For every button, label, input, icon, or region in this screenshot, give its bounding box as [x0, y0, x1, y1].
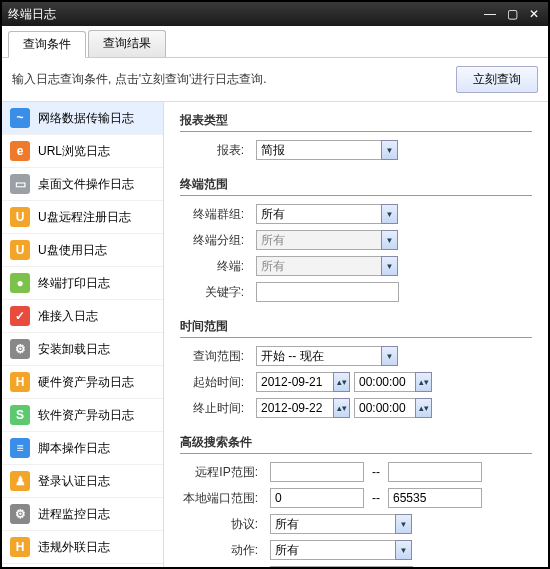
keyword-label: 关键字:: [180, 284, 252, 301]
chevron-down-icon[interactable]: ▼: [381, 230, 398, 250]
time-range-value[interactable]: [256, 346, 382, 366]
sidebar-item-label: 进程监控日志: [38, 506, 110, 523]
start-date-field[interactable]: ▴▾: [256, 372, 350, 392]
sidebar-item-label: U盘远程注册日志: [38, 209, 131, 226]
port-from-input[interactable]: [270, 488, 364, 508]
proc-key-input[interactable]: [270, 566, 413, 567]
protocol-combo[interactable]: ▼: [270, 514, 412, 534]
sidebar-item-label: 网络数据传输日志: [38, 110, 134, 127]
keyword-input[interactable]: [256, 282, 399, 302]
remote-ip-to-input[interactable]: [388, 462, 482, 482]
end-date-field[interactable]: ▴▾: [256, 398, 350, 418]
terminal-combo[interactable]: ▼: [256, 256, 398, 276]
time-range-label: 查询范围:: [180, 348, 252, 365]
sidebar-item[interactable]: ~网络数据传输日志: [2, 102, 163, 135]
sidebar-item-icon: H: [10, 537, 30, 557]
sidebar-item-label: URL浏览日志: [38, 143, 110, 160]
sidebar-item[interactable]: ♟登录认证日志: [2, 465, 163, 498]
terminal-group-label: 终端群组:: [180, 206, 252, 223]
query-now-button[interactable]: 立刻查询: [456, 66, 538, 93]
sidebar-item-label: 安装卸载日志: [38, 341, 110, 358]
sidebar-item[interactable]: S软件资产异动日志: [2, 399, 163, 432]
spinner-icon[interactable]: ▴▾: [333, 372, 350, 392]
terminal-group-combo[interactable]: ▼: [256, 204, 398, 224]
action-value[interactable]: [270, 540, 396, 560]
sidebar-item-label: 硬件资产异动日志: [38, 374, 134, 391]
sidebar-item[interactable]: ●终端打印日志: [2, 267, 163, 300]
window-controls: — ▢ ✕: [482, 7, 542, 21]
end-time-field[interactable]: ▴▾: [354, 398, 432, 418]
chevron-down-icon[interactable]: ▼: [395, 540, 412, 560]
start-date-value[interactable]: [256, 372, 334, 392]
sidebar-item[interactable]: ✓准接入日志: [2, 300, 163, 333]
maximize-button[interactable]: ▢: [504, 7, 520, 21]
section-title-terminal: 终端范围: [180, 176, 532, 196]
section-time-scope: 时间范围 查询范围: ▼ 起始时间: ▴▾ ▴: [180, 318, 532, 418]
sidebar-item[interactable]: ▭桌面文件操作日志: [2, 168, 163, 201]
spinner-icon[interactable]: ▴▾: [333, 398, 350, 418]
spinner-icon[interactable]: ▴▾: [415, 398, 432, 418]
sidebar-item[interactable]: H违规外联日志: [2, 531, 163, 564]
range-separator: --: [368, 465, 384, 479]
end-time-value[interactable]: [354, 398, 416, 418]
minimize-button[interactable]: —: [482, 7, 498, 21]
hint-text: 输入日志查询条件, 点击'立刻查询'进行日志查询.: [12, 71, 448, 88]
report-label: 报表:: [180, 142, 252, 159]
terminal-label: 终端:: [180, 258, 252, 275]
sidebar-item[interactable]: ♟登录注销日志: [2, 564, 163, 567]
end-date-value[interactable]: [256, 398, 334, 418]
port-to-input[interactable]: [388, 488, 482, 508]
sidebar-item-icon: ●: [10, 273, 30, 293]
chevron-down-icon[interactable]: ▼: [395, 514, 412, 534]
titlebar: 终端日志 — ▢ ✕: [2, 2, 548, 26]
start-time-field[interactable]: ▴▾: [354, 372, 432, 392]
sidebar-item[interactable]: H硬件资产异动日志: [2, 366, 163, 399]
sidebar-item-icon: e: [10, 141, 30, 161]
sidebar-item-icon: S: [10, 405, 30, 425]
sidebar-item[interactable]: UU盘远程注册日志: [2, 201, 163, 234]
chevron-down-icon[interactable]: ▼: [381, 256, 398, 276]
sidebar[interactable]: ~网络数据传输日志eURL浏览日志▭桌面文件操作日志UU盘远程注册日志UU盘使用…: [2, 102, 164, 567]
tab-query[interactable]: 查询条件: [8, 31, 86, 58]
sidebar-item-label: U盘使用日志: [38, 242, 107, 259]
terminal-subgroup-combo[interactable]: ▼: [256, 230, 398, 250]
section-title-advanced: 高级搜索条件: [180, 434, 532, 454]
chevron-down-icon[interactable]: ▼: [381, 140, 398, 160]
end-time-label: 终止时间:: [180, 400, 252, 417]
sidebar-item[interactable]: UU盘使用日志: [2, 234, 163, 267]
sidebar-item-label: 脚本操作日志: [38, 440, 110, 457]
section-title-time: 时间范围: [180, 318, 532, 338]
sidebar-item[interactable]: eURL浏览日志: [2, 135, 163, 168]
section-terminal-scope: 终端范围 终端群组: ▼ 终端分组: ▼ 终端:: [180, 176, 532, 302]
tabs: 查询条件 查询结果: [2, 26, 548, 58]
content-panel[interactable]: 报表类型 报表: ▼ 终端范围 终端群组: ▼: [164, 102, 548, 567]
query-hint-row: 输入日志查询条件, 点击'立刻查询'进行日志查询. 立刻查询: [2, 58, 548, 102]
window: 终端日志 — ▢ ✕ 查询条件 查询结果 输入日志查询条件, 点击'立刻查询'进…: [0, 0, 550, 569]
port-label: 本地端口范围:: [180, 490, 266, 507]
tab-result[interactable]: 查询结果: [88, 30, 166, 57]
time-range-combo[interactable]: ▼: [256, 346, 398, 366]
start-time-value[interactable]: [354, 372, 416, 392]
sidebar-item[interactable]: ≡脚本操作日志: [2, 432, 163, 465]
sidebar-item-icon: ~: [10, 108, 30, 128]
terminal-group-value[interactable]: [256, 204, 382, 224]
report-value[interactable]: [256, 140, 382, 160]
close-button[interactable]: ✕: [526, 7, 542, 21]
range-separator: --: [368, 491, 384, 505]
section-title-report: 报表类型: [180, 112, 532, 132]
sidebar-item[interactable]: ⚙进程监控日志: [2, 498, 163, 531]
report-combo[interactable]: ▼: [256, 140, 398, 160]
sidebar-item[interactable]: ⚙安装卸载日志: [2, 333, 163, 366]
terminal-subgroup-value: [256, 230, 382, 250]
sidebar-item-icon: ▭: [10, 174, 30, 194]
action-combo[interactable]: ▼: [270, 540, 412, 560]
spinner-icon[interactable]: ▴▾: [415, 372, 432, 392]
sidebar-item-label: 登录认证日志: [38, 473, 110, 490]
chevron-down-icon[interactable]: ▼: [381, 204, 398, 224]
sidebar-item-icon: ⚙: [10, 504, 30, 524]
remote-ip-from-input[interactable]: [270, 462, 364, 482]
chevron-down-icon[interactable]: ▼: [381, 346, 398, 366]
sidebar-item-icon: ♟: [10, 471, 30, 491]
protocol-value[interactable]: [270, 514, 396, 534]
terminal-subgroup-label: 终端分组:: [180, 232, 252, 249]
